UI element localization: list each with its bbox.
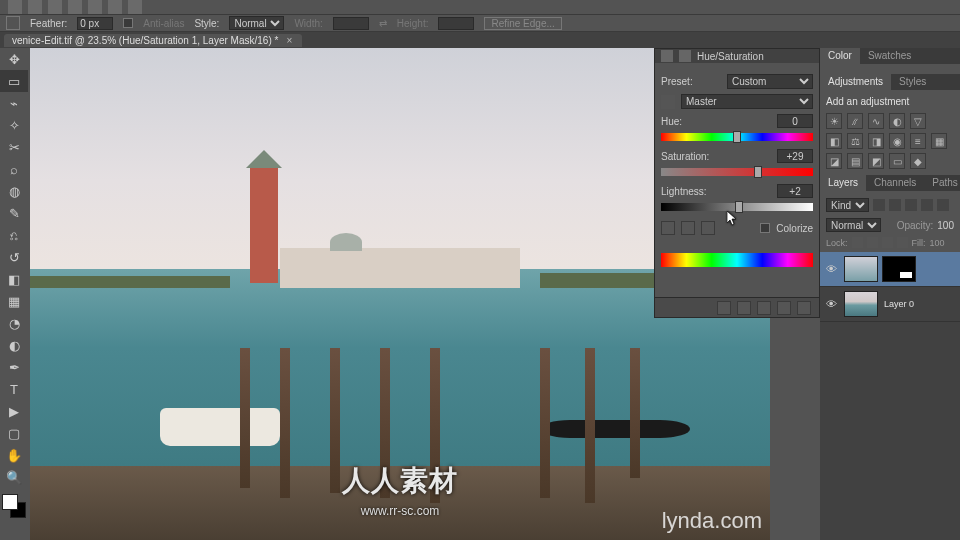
gradient-tool-icon[interactable]: ▦ — [0, 290, 28, 312]
eyedropper-icon[interactable] — [661, 221, 675, 235]
filter-shape-icon[interactable] — [921, 199, 933, 211]
style-select[interactable]: Normal — [229, 16, 284, 30]
layer-row[interactable]: 👁 Layer 0 — [820, 287, 960, 322]
clone-stamp-tool-icon[interactable]: ⎌ — [0, 224, 28, 246]
lock-position-icon[interactable] — [882, 237, 893, 248]
marquee-tool-icon[interactable] — [6, 16, 20, 30]
shape-tool-icon[interactable]: ▢ — [0, 422, 28, 444]
channel-mixer-icon[interactable]: ≡ — [910, 133, 926, 149]
pen-tool-icon[interactable]: ✒ — [0, 356, 28, 378]
adjustment-layer-thumbnail[interactable] — [844, 256, 878, 282]
zoom-tool-icon[interactable]: 🔍 — [0, 466, 28, 488]
hand-tool-icon[interactable]: ✋ — [0, 444, 28, 466]
filter-type-icon[interactable] — [905, 199, 917, 211]
panel-icon — [661, 50, 673, 62]
fill-value[interactable]: 100 — [930, 238, 945, 248]
menu-icon[interactable] — [8, 0, 22, 14]
lasso-tool-icon[interactable]: ⌁ — [0, 92, 28, 114]
eyedropper-tool-icon[interactable]: ⌕ — [0, 158, 28, 180]
hue-input[interactable] — [777, 114, 813, 128]
channel-select[interactable]: Master — [681, 94, 813, 109]
lock-pixels-icon[interactable] — [867, 237, 878, 248]
close-icon[interactable]: × — [284, 35, 294, 45]
eraser-tool-icon[interactable]: ◧ — [0, 268, 28, 290]
trash-icon[interactable] — [797, 301, 811, 315]
dodge-tool-icon[interactable]: ◐ — [0, 334, 28, 356]
history-brush-tool-icon[interactable]: ↺ — [0, 246, 28, 268]
panel-header[interactable]: Hue/Saturation — [655, 49, 819, 63]
menu-icon[interactable] — [48, 0, 62, 14]
eyedropper-subtract-icon[interactable] — [701, 221, 715, 235]
image-post — [280, 348, 290, 498]
blend-mode-select[interactable]: Normal — [826, 218, 881, 232]
filter-pixel-icon[interactable] — [873, 199, 885, 211]
layer-row[interactable]: 👁 — [820, 252, 960, 287]
threshold-icon[interactable]: ◩ — [868, 153, 884, 169]
previous-state-icon[interactable] — [737, 301, 751, 315]
menu-icon[interactable] — [108, 0, 122, 14]
saturation-slider[interactable] — [661, 168, 813, 178]
type-tool-icon[interactable]: T — [0, 378, 28, 400]
lightness-input[interactable] — [777, 184, 813, 198]
tab-swatches[interactable]: Swatches — [860, 48, 919, 64]
filter-smart-icon[interactable] — [937, 199, 949, 211]
color-swatches[interactable] — [0, 492, 28, 522]
saturation-input[interactable] — [777, 149, 813, 163]
marquee-tool-icon[interactable]: ▭ — [0, 70, 28, 92]
scrubby-icon[interactable] — [661, 95, 675, 109]
exposure-icon[interactable]: ◐ — [889, 113, 905, 129]
tab-styles[interactable]: Styles — [891, 74, 934, 90]
crop-tool-icon[interactable]: ✂ — [0, 136, 28, 158]
refine-edge-button[interactable]: Refine Edge... — [484, 17, 561, 30]
tab-layers[interactable]: Layers — [820, 175, 866, 191]
selective-color-icon[interactable]: ◆ — [910, 153, 926, 169]
photo-filter-icon[interactable]: ◉ — [889, 133, 905, 149]
black-white-icon[interactable]: ◨ — [868, 133, 884, 149]
path-selection-tool-icon[interactable]: ▶ — [0, 400, 28, 422]
lock-all-icon[interactable] — [897, 237, 908, 248]
tab-color[interactable]: Color — [820, 48, 860, 64]
document-tab[interactable]: venice-Edit.tif @ 23.5% (Hue/Saturation … — [4, 34, 302, 47]
clip-to-layer-icon[interactable] — [717, 301, 731, 315]
feather-input[interactable] — [77, 17, 113, 30]
visibility-icon[interactable] — [777, 301, 791, 315]
move-tool-icon[interactable]: ✥ — [0, 48, 28, 70]
color-balance-icon[interactable]: ⚖ — [847, 133, 863, 149]
color-lookup-icon[interactable]: ▦ — [931, 133, 947, 149]
colorize-checkbox[interactable] — [760, 223, 770, 233]
layer-thumbnail[interactable] — [844, 291, 878, 317]
hue-saturation-icon[interactable]: ◧ — [826, 133, 842, 149]
menu-icon[interactable] — [68, 0, 82, 14]
brightness-contrast-icon[interactable]: ☀ — [826, 113, 842, 129]
visibility-toggle-icon[interactable]: 👁 — [824, 298, 838, 310]
tab-adjustments[interactable]: Adjustments — [820, 74, 891, 90]
menu-icon[interactable] — [128, 0, 142, 14]
lock-transparency-icon[interactable] — [852, 237, 863, 248]
foreground-color-swatch[interactable] — [2, 494, 18, 510]
gradient-map-icon[interactable]: ▭ — [889, 153, 905, 169]
eyedropper-add-icon[interactable] — [681, 221, 695, 235]
magic-wand-tool-icon[interactable]: ✧ — [0, 114, 28, 136]
levels-icon[interactable]: ⫽ — [847, 113, 863, 129]
healing-brush-tool-icon[interactable]: ◍ — [0, 180, 28, 202]
hue-slider[interactable] — [661, 133, 813, 143]
brush-tool-icon[interactable]: ✎ — [0, 202, 28, 224]
reset-icon[interactable] — [757, 301, 771, 315]
preset-select[interactable]: Custom — [727, 74, 813, 89]
vibrance-icon[interactable]: ▽ — [910, 113, 926, 129]
invert-icon[interactable]: ◪ — [826, 153, 842, 169]
layer-name[interactable]: Layer 0 — [884, 299, 914, 309]
menu-icon[interactable] — [88, 0, 102, 14]
visibility-toggle-icon[interactable]: 👁 — [824, 263, 838, 275]
curves-icon[interactable]: ∿ — [868, 113, 884, 129]
filter-kind-select[interactable]: Kind — [826, 198, 869, 212]
antialias-checkbox — [123, 18, 133, 28]
opacity-value[interactable]: 100 — [937, 220, 954, 231]
layer-mask-thumbnail[interactable] — [882, 256, 916, 282]
menu-icon[interactable] — [28, 0, 42, 14]
posterize-icon[interactable]: ▤ — [847, 153, 863, 169]
filter-adjustment-icon[interactable] — [889, 199, 901, 211]
blur-tool-icon[interactable]: ◔ — [0, 312, 28, 334]
tab-channels[interactable]: Channels — [866, 175, 924, 191]
tab-paths[interactable]: Paths — [924, 175, 960, 191]
